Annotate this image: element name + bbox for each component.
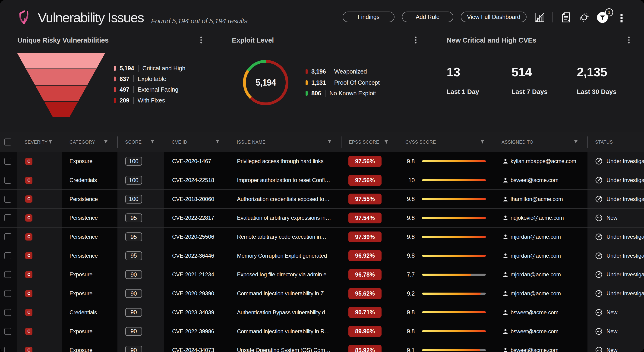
table-row[interactable]: C Exposure 100 CVE-2020-1467 Privileged … — [0, 152, 644, 171]
stat-value: 13 — [447, 65, 460, 78]
row-checkbox[interactable] — [4, 271, 11, 278]
table-row[interactable]: C Persistence 100 CVE-2018-20060 Authori… — [0, 190, 644, 209]
row-checkbox[interactable] — [4, 347, 11, 352]
row-select-cell — [0, 265, 17, 284]
column-header-cvss-score[interactable]: CVSS SCORE — [398, 132, 494, 152]
cvss-bar-fill — [422, 255, 486, 257]
person-icon — [503, 347, 508, 352]
column-header-epss-score[interactable]: EPSS SCORE — [341, 132, 398, 152]
funnel-chart — [17, 53, 105, 117]
severity-cell: C — [17, 322, 62, 341]
assigned-to-cell: mjordan@acme.com — [494, 228, 588, 246]
legend-value: 1,131 — [311, 79, 326, 86]
severity-cell: C — [17, 303, 62, 322]
funnel-legend-item: 497External Facing — [114, 86, 178, 93]
epss-score-cell: 95.62% — [341, 284, 398, 303]
export-report-icon[interactable] — [562, 12, 572, 23]
severity-badge-critical: C — [25, 195, 32, 203]
stat-label: Last 1 Day — [447, 88, 479, 96]
category-cell: Credentials — [62, 303, 118, 322]
filter-funnel-icon[interactable] — [104, 140, 108, 144]
cvss-bar — [422, 274, 486, 276]
filter-funnel-icon[interactable] — [384, 140, 388, 144]
issue-name-cell: Authorization credentials exposed to… — [229, 190, 341, 208]
score-box: 95 — [125, 251, 142, 260]
legend-label: Proof Of Concept — [334, 79, 380, 86]
row-checkbox[interactable] — [4, 252, 11, 259]
chart-toggle-icon[interactable] — [535, 12, 545, 22]
row-select-cell — [0, 190, 17, 208]
panel-menu-new-cves[interactable] — [628, 36, 630, 43]
severity-cell: C — [17, 228, 62, 246]
column-header-cve-id[interactable]: CVE ID — [164, 132, 229, 152]
row-checkbox[interactable] — [4, 196, 11, 203]
panel-title-new-cves: New Critical and High CVEs — [447, 36, 536, 44]
category-cell: Persistence — [62, 209, 118, 227]
table-row[interactable]: C Exposure 90 CVE-2024-34073 Unsafe Oper… — [0, 341, 644, 352]
row-checkbox[interactable] — [4, 309, 11, 316]
view-full-dashboard-button[interactable]: View Full Dashboard — [461, 11, 526, 22]
filter-funnel-icon[interactable] — [216, 140, 220, 144]
column-header-status[interactable]: STATUS — [588, 132, 644, 152]
table-row[interactable]: C Exposure 90 CVE-2021-21234 Exposed log… — [0, 265, 644, 284]
score-cell: 95 — [118, 228, 164, 246]
row-checkbox[interactable] — [4, 177, 11, 184]
row-checkbox[interactable] — [4, 328, 11, 335]
cvss-bar — [422, 255, 486, 257]
table-row[interactable]: C Exposure 90 CVE-2020-29390 Command inj… — [0, 284, 644, 303]
row-checkbox[interactable] — [4, 214, 11, 221]
findings-button[interactable]: Findings — [342, 11, 394, 22]
cvss-bar — [422, 293, 486, 295]
row-select-cell — [0, 284, 17, 303]
filter-funnel-icon[interactable] — [480, 140, 484, 144]
table-row[interactable]: C Persistence 95 CVE-2020-25506 Remote a… — [0, 228, 644, 247]
table-row[interactable]: C Persistence 95 CVE-2022-22817 Evaluati… — [0, 209, 644, 228]
issues-table: SEVERITY CATEGORY SCORE CVE ID ISSUE NAM… — [0, 132, 644, 352]
cve-id-cell: CVE-2022-39986 — [164, 322, 229, 341]
person-icon — [503, 196, 508, 202]
table-row[interactable]: C Credentials 90 CVE-2023-34039 Authenti… — [0, 303, 644, 322]
epss-badge: 90.71% — [348, 307, 382, 318]
select-all-checkbox[interactable] — [4, 139, 11, 146]
column-header-assigned-to[interactable]: ASSIGNED TO — [494, 132, 588, 152]
legend-marker — [306, 69, 308, 74]
cvss-bar — [422, 179, 486, 181]
legend-value: 806 — [311, 90, 321, 97]
table-row[interactable]: C Exposure 90 CVE-2022-39986 Command inj… — [0, 322, 644, 341]
table-row[interactable]: C Persistence 95 CVE-2022-36446 Memory C… — [0, 246, 644, 265]
score-box: 90 — [125, 308, 142, 317]
column-header-category[interactable]: CATEGORY — [62, 132, 118, 152]
epss-badge: 85.92% — [348, 345, 382, 352]
legend-label: Exploitable — [138, 75, 166, 83]
table-row[interactable]: C Credentials 100 CVE-2024-22518 Imprope… — [0, 171, 644, 190]
status-cell: Under Investigation — [588, 265, 644, 284]
column-header-severity[interactable]: SEVERITY — [17, 132, 62, 152]
filter-funnel-icon[interactable] — [150, 140, 154, 144]
row-checkbox[interactable] — [4, 290, 11, 297]
column-header-score[interactable]: SCORE — [118, 132, 164, 152]
legend-value: 637 — [120, 75, 129, 83]
new-status-icon — [595, 347, 602, 352]
panel-menu-unique-risky[interactable] — [200, 36, 202, 43]
category-cell: Exposure — [62, 341, 118, 352]
row-checkbox[interactable] — [4, 158, 11, 165]
refresh-icon[interactable] — [579, 12, 589, 22]
under-investigation-icon — [595, 271, 602, 278]
row-checkbox[interactable] — [4, 233, 11, 240]
filter-funnel-icon[interactable] — [574, 140, 578, 144]
category-cell: Exposure — [62, 265, 118, 284]
filter-funnel-icon[interactable] — [328, 140, 332, 144]
score-box: 95 — [125, 213, 142, 222]
score-box: 90 — [125, 270, 142, 279]
epss-badge: 97.56% — [348, 156, 382, 167]
severity-badge-critical: C — [25, 233, 32, 240]
person-icon — [503, 234, 508, 240]
cvss-bar-fill — [422, 349, 480, 351]
status-cell: New — [588, 322, 644, 341]
add-rule-button[interactable]: Add Rule — [402, 11, 453, 22]
kebab-menu-icon[interactable] — [620, 14, 623, 22]
score-box: 90 — [125, 346, 142, 352]
panel-menu-exploit-level[interactable] — [415, 36, 417, 43]
column-header-issue-name[interactable]: ISSUE NAME — [229, 132, 341, 152]
filter-funnel-icon[interactable] — [48, 140, 52, 144]
